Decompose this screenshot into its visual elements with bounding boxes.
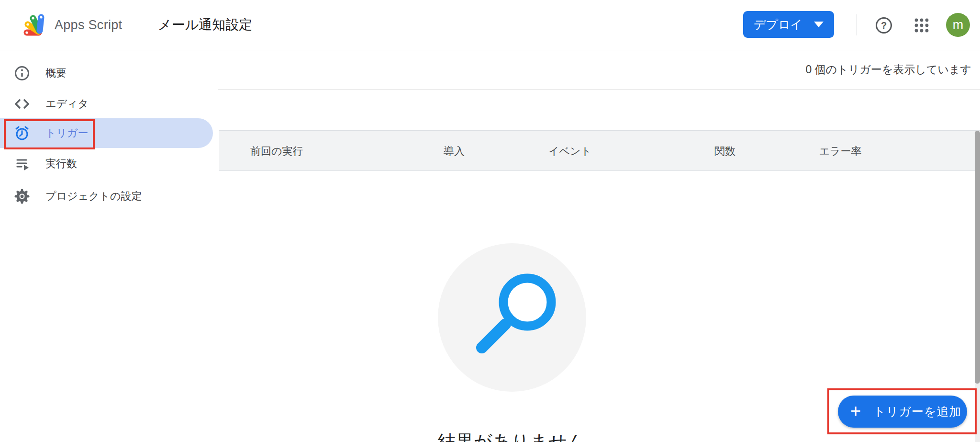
playlist-play-icon xyxy=(13,155,31,172)
add-trigger-label: トリガーを追加 xyxy=(873,404,961,419)
scrollbar-track[interactable] xyxy=(975,131,980,442)
deploy-button[interactable]: デプロイ xyxy=(743,11,834,38)
header-divider xyxy=(857,14,857,35)
table-header-row: 前回の実行 導入 イベント 関数 エラー率 xyxy=(219,130,980,171)
deploy-button-label: デプロイ xyxy=(754,17,802,33)
sidebar-item-label: エディタ xyxy=(45,97,89,111)
column-header-last-run: 前回の実行 xyxy=(250,131,303,171)
search-magnifier-icon xyxy=(438,243,586,392)
trigger-count-text: 0 個のトリガーを表示しています xyxy=(805,50,971,89)
column-header-function: 関数 xyxy=(714,131,735,171)
sidebar: 概要 エディタ xyxy=(0,50,218,442)
code-icon xyxy=(13,95,31,113)
plus-icon: + xyxy=(850,402,861,420)
project-title[interactable]: メール通知設定 xyxy=(158,0,252,50)
alarm-clock-icon xyxy=(13,125,31,142)
add-trigger-button[interactable]: + トリガーを追加 xyxy=(838,396,967,428)
apps-grid-icon[interactable] xyxy=(913,17,930,34)
sidebar-item-triggers[interactable]: トリガー xyxy=(0,118,213,148)
empty-state-text: 結果がありません xyxy=(437,430,585,442)
sidebar-item-label: 概要 xyxy=(45,66,67,80)
help-icon[interactable]: ? xyxy=(876,17,892,34)
sidebar-item-label: プロジェクトの設定 xyxy=(45,189,142,204)
triggers-toolbar: 0 個のトリガーを表示しています xyxy=(218,50,980,90)
gear-icon xyxy=(13,188,31,205)
column-header-event: イベント xyxy=(548,131,591,171)
app-name: Apps Script xyxy=(55,0,122,50)
sidebar-item-label: 実行数 xyxy=(45,157,77,171)
sidebar-item-executions[interactable]: 実行数 xyxy=(0,149,213,179)
help-glyph: ? xyxy=(881,20,887,31)
column-header-deployment: 導入 xyxy=(444,131,465,171)
scrollbar-thumb[interactable] xyxy=(975,131,980,384)
avatar[interactable]: m xyxy=(946,13,970,37)
sidebar-item-editor[interactable]: エディタ xyxy=(0,89,213,119)
chevron-down-icon xyxy=(814,22,824,27)
column-header-error-rate: エラー率 xyxy=(819,131,861,171)
top-header: Apps Script メール通知設定 デプロイ ? m xyxy=(0,0,980,50)
sidebar-item-project-settings[interactable]: プロジェクトの設定 xyxy=(0,181,213,211)
apps-script-window: Apps Script メール通知設定 デプロイ ? m 0 個のトリガーを表示… xyxy=(0,0,980,442)
sidebar-item-label: トリガー xyxy=(45,126,89,140)
apps-script-logo-icon[interactable] xyxy=(21,12,46,37)
sidebar-item-overview[interactable]: 概要 xyxy=(0,58,213,88)
info-icon xyxy=(13,65,31,82)
avatar-letter: m xyxy=(953,18,964,33)
